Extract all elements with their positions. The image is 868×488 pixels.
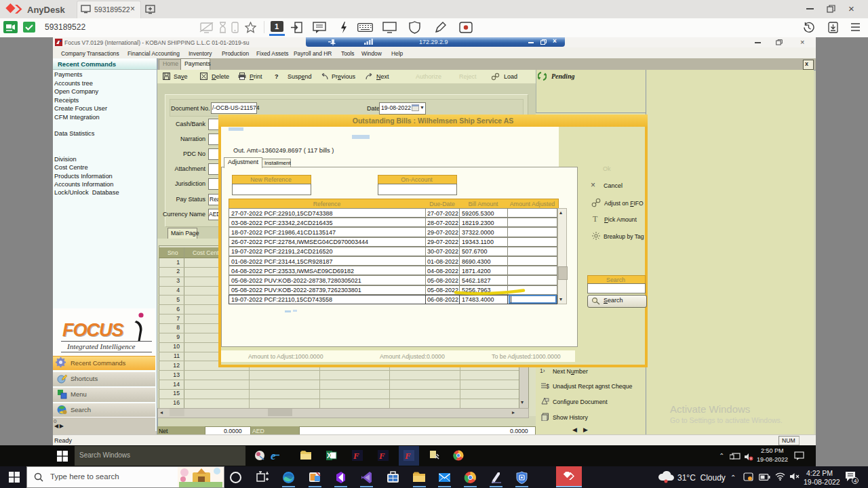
- svg-text:F: F: [404, 451, 411, 461]
- svg-text:F: F: [378, 451, 385, 461]
- svg-text:X: X: [327, 452, 332, 460]
- svg-text:4: 4: [854, 478, 857, 484]
- svg-text:$: $: [546, 383, 549, 390]
- svg-text:F: F: [353, 451, 359, 461]
